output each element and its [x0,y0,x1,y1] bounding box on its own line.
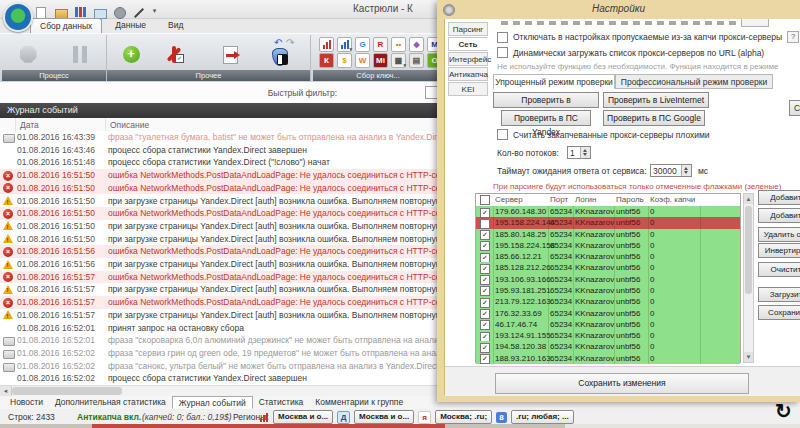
service-icon[interactable]: W [355,53,370,68]
check-button-1[interactable]: Проверить в LiveInternet [603,92,709,108]
proxy-button-4[interactable]: Очистить [758,262,800,277]
checked-checkbox[interactable]: ✓ [480,320,490,330]
region-button-1[interactable]: Москва и о... [354,410,414,424]
unchecked-checkbox[interactable] [480,219,490,229]
bottom-tab-4[interactable]: Комментарии к группе [309,396,409,409]
dynamic-load-checkbox[interactable] [497,47,508,58]
timeout-spinner[interactable]: 30000 [650,164,692,177]
col-port[interactable]: Порт [550,195,568,204]
proxy-row[interactable]: ✓185.80.148.2565234KKnazarovunbf560 [476,229,740,240]
region-button-3[interactable]: .ru; любая; ... [511,410,574,424]
settings-tab-1[interactable]: Сеть [448,37,488,51]
col-login[interactable]: Логин [575,195,597,204]
settings-tab-2[interactable]: Интерфейс [448,52,488,66]
proxy-button-5[interactable]: Загрузить [758,287,800,302]
statistics-icon[interactable] [75,7,87,18]
proxy-button-6[interactable]: Сохранить [758,305,800,320]
scroll-up-icon[interactable]: ▲ [744,194,753,204]
new-document-icon[interactable] [36,7,48,18]
scroll-left-arrow-icon[interactable]: ◂ [0,386,12,396]
proxy-row[interactable]: ✓213.79.122.16365234KKnazarovunbf560 [476,296,740,307]
checked-checkbox[interactable]: ✓ [480,241,490,251]
proxy-row[interactable]: ✓46.17.46.7465234KKnazarovunbf560 [476,319,740,330]
settings-tab-4[interactable]: KEI [448,82,488,96]
skip-proxies-checkbox[interactable] [497,32,508,43]
undo-icon[interactable]: ↶ [274,37,282,48]
col-coef[interactable]: Коэф. капчи [650,195,695,204]
refresh-icon[interactable]: ↻ [775,399,792,423]
service-icon[interactable]: Mi [373,53,388,68]
region-button-0[interactable]: Москва и о... [273,410,333,424]
save-changes-button[interactable]: Сохранить изменения [495,373,749,394]
scroll-down-icon[interactable]: ▼ [744,352,753,362]
check-button-2[interactable]: Проверить в ПС Yandex [501,110,591,126]
settings-tab-0[interactable]: Парсинг [448,22,488,36]
redo-icon[interactable]: ↷ [286,37,294,48]
gear-icon[interactable] [114,7,126,18]
proxy-row[interactable]: ✓179.60.148.3065234KKnazarovunbf560 [476,206,740,217]
bottom-tab-2[interactable]: Журнал событий [172,396,253,409]
quick-access-caret-icon[interactable]: ▾ [153,7,165,18]
checked-checkbox[interactable]: ✓ [480,264,490,274]
scrollbar-thumb[interactable] [12,387,122,395]
mode-tab-0[interactable]: Упрощенный режим проверки [493,74,615,89]
proxy-row[interactable]: ✓188.93.210.16365234KKnazarovunbf560 [476,353,740,364]
open-folder-icon[interactable] [55,7,67,18]
app-menu-orb[interactable] [3,2,33,32]
threads-spinner[interactable]: 1 [567,146,591,159]
bottom-tab-1[interactable]: Дополнительная статистика [49,396,172,409]
col-pass[interactable]: Пароль [616,195,644,204]
service-icon[interactable]: G [355,37,370,52]
ribbon-tab-0[interactable]: Сбор данных [30,18,102,33]
ribbon-tab-1[interactable]: Данные [106,18,155,33]
proxy-button-0[interactable]: Добавить [758,190,800,205]
proxy-row[interactable]: ✓185.66.12.2165234KKnazarovunbf560 [476,251,740,262]
service-icon[interactable]: К [319,53,334,68]
service-icon[interactable] [319,37,334,52]
region-button-2[interactable]: Москва; .ru; [435,410,492,424]
log-col-description[interactable]: Описание [110,120,149,130]
service-icon[interactable]: ▦▾ [391,53,406,68]
proxy-button-1[interactable]: Добавить [758,208,800,223]
service-icon[interactable]: •• [391,37,406,52]
help-badge[interactable]: ? [787,31,799,43]
proxy-button-2[interactable]: Удалить отм. [758,227,800,242]
proxy-row[interactable]: ✓194.58.120.3865234KKnazarovunbf560 [476,341,740,352]
proxy-row[interactable]: ✓193.124.91.15565234KKnazarovunbf560 [476,330,740,341]
service-icon[interactable]: ◆ [409,37,424,52]
check-button-3[interactable]: Проверить в ПС Google [603,110,705,126]
proxy-scrollbar-thumb[interactable] [745,206,752,294]
service-icon[interactable]: $ [337,53,352,68]
checked-checkbox[interactable]: ✓ [480,309,490,319]
settings-tab-3[interactable]: Антикапча [448,67,488,81]
service-icon[interactable]: ▾ [337,37,352,52]
checked-checkbox[interactable]: ✓ [480,354,490,364]
proxy-row[interactable]: ✓195.158.224.15865234KKnazarovunbf560 [476,240,740,251]
checked-checkbox[interactable]: ✓ [480,298,490,308]
proxy-row[interactable]: ✓193.106.93.16665234KKnazarovunbf560 [476,274,740,285]
proxy-row[interactable]: 195.158.224.14465234KKnazarovunbf560 [476,217,740,228]
exit-icon[interactable] [277,54,288,65]
proxy-row[interactable]: ✓195.93.181.25165234KKnazarovunbf560 [476,285,740,296]
proxy-button-3[interactable]: Инвертиров. [758,243,800,258]
clipped-edge-button[interactable]: С [789,100,800,116]
bottom-tab-0[interactable]: Новости [4,396,49,409]
bottom-tab-3[interactable]: Статистика [253,396,310,409]
proxy-table-scrollbar[interactable]: ▲ ▼ [743,193,754,363]
checked-checkbox[interactable]: ✓ [480,253,490,263]
checked-checkbox[interactable]: ✓ [480,230,490,240]
log-col-date[interactable]: Дата [20,120,39,130]
checked-checkbox[interactable]: ✓ [480,286,490,296]
checked-checkbox[interactable]: ✓ [480,275,490,285]
service-icon[interactable]: R [373,37,388,52]
mail-icon[interactable] [94,7,106,18]
mode-tab-1[interactable]: Профессиональный режим проверки [615,74,773,89]
service-icon[interactable]: ▤ [409,53,424,68]
check-button-0[interactable]: Проверить в Yandex.Wordstat [493,92,599,108]
proxy-row[interactable]: ✓185.128.212.2665234KKnazarovunbf560 [476,262,740,273]
pencil-icon[interactable] [133,7,145,18]
checked-checkbox[interactable]: ✓ [480,332,490,342]
bad-proxies-checkbox[interactable] [497,129,508,140]
proxy-row[interactable]: ✓176.32.33.6965234KKnazarovunbf560 [476,308,740,319]
checked-checkbox[interactable]: ✓ [480,208,490,218]
